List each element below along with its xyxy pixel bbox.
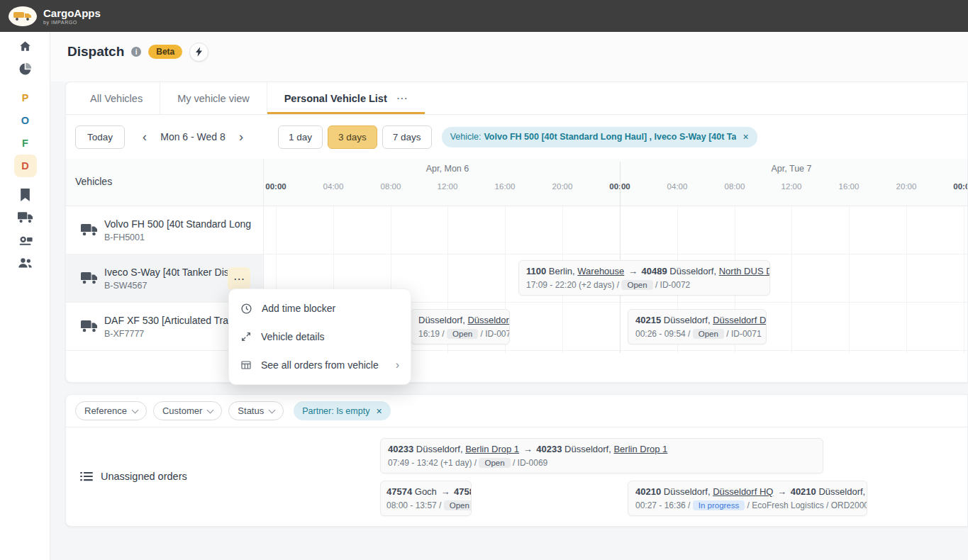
timeline-header: Vehicles Apr, Mon 6 Apr, Tue 7 00:00 04:… — [66, 159, 968, 206]
sidebar-account-f[interactable]: F — [0, 132, 50, 155]
sidebar-item-statistics[interactable] — [0, 57, 50, 80]
origin-city: Düsseldorf, — [418, 315, 465, 325]
info-icon[interactable]: i — [131, 47, 141, 57]
clock-icon — [240, 303, 252, 315]
close-icon[interactable]: × — [742, 131, 748, 142]
place-link[interactable]: Düsseldorf H — [467, 315, 510, 325]
vehicle-name: Iveco S-Way [40t Tanker Dist — [104, 267, 232, 278]
truck-icon — [81, 320, 98, 332]
order-card-ord2000[interactable]: 40210 Düsseldorf, Düsseldorf HQ → 40210 … — [628, 481, 867, 516]
origin-city: Berlin, — [549, 266, 575, 276]
order-time: 08:00 - 13:57 / — [386, 500, 441, 510]
filter-reference[interactable]: Reference — [75, 401, 147, 420]
vehicle-context-menu: Add time blocker Vehicle details See all… — [228, 289, 411, 385]
vehicle-plate: B-XF7777 — [104, 329, 236, 339]
vehicle-filter-chip[interactable]: Vehicle: Volvo FH 500 [40t Standard Long… — [442, 127, 757, 147]
tab-options-icon[interactable]: ⋯ — [396, 91, 408, 105]
partner-filter-chip[interactable]: Partner: Is empty × — [294, 401, 390, 420]
today-button[interactable]: Today — [75, 125, 125, 149]
sidebar-account-o[interactable]: O — [0, 109, 50, 132]
vehicle-row: Iveco S-Way [40t Tanker Dist B-SW4567 ⋯ — [66, 254, 968, 303]
order-card-id-0071[interactable]: 40215 Düsseldorf, Düsseldorf Drop 2 00:2… — [628, 309, 767, 345]
vehicle-name: Volvo FH 500 [40t Standard Long — [104, 218, 251, 230]
status-badge: Open — [444, 500, 472, 510]
place-link[interactable]: Düsseldorf HQ — [713, 486, 773, 497]
vehicle-filter-label: Vehicle: — [450, 132, 482, 142]
vehicle-more-button[interactable]: ⋯ — [228, 267, 250, 290]
tab-personal-vehicle-list[interactable]: Personal Vehicle List ⋯ — [267, 82, 425, 114]
place-link[interactable]: North DUS Depot — [719, 266, 770, 276]
order-partner: / EcoFresh Logistics / ORD2000 — [747, 500, 867, 510]
list-icon — [80, 471, 93, 481]
dispatch-timeline-panel: All Vehicles My vehicle view Personal Ve… — [65, 82, 968, 383]
lightning-icon — [196, 47, 203, 57]
order-card-goch[interactable]: 47574 Goch → 4758 B 08:00 - 13:57 / Open — [380, 481, 472, 516]
tab-label: Personal Vehicle List — [284, 93, 387, 104]
place-link[interactable]: Berlin Drop 1 — [465, 444, 519, 454]
sidebar: P O F D — [0, 32, 50, 560]
page-title: Dispatch — [67, 44, 124, 60]
time-tick: 04:00 — [667, 182, 688, 191]
avatar: D — [21, 160, 28, 172]
zoom-1-day-button[interactable]: 1 day — [278, 125, 323, 149]
close-icon[interactable]: × — [376, 405, 382, 417]
sidebar-item-bookmarks[interactable] — [0, 184, 50, 206]
menu-item-vehicle-details[interactable]: Vehicle details — [229, 323, 411, 351]
status-badge: Open — [621, 280, 652, 290]
order-id: / ID-0069 — [513, 458, 547, 468]
beta-badge: Beta — [148, 45, 182, 59]
order-card-id-007x[interactable]: Düsseldorf, Düsseldorf H 16:19 / Open / … — [411, 309, 510, 345]
time-tick: 08:00 — [725, 182, 745, 191]
day-label: Apr, Mon 6 — [426, 164, 469, 174]
home-icon — [18, 40, 32, 53]
place-link[interactable]: Düsseldorf Drop 2 — [713, 315, 767, 325]
timeline-toolbar: Today ‹ Mon 6 - Wed 8 › 1 day 3 days 7 d… — [66, 115, 967, 159]
dest-zip: 40233 — [536, 444, 562, 454]
table-icon — [240, 359, 252, 371]
order-card-id-0069[interactable]: 40233 Düsseldorf, Berlin Drop 1 → 40233 … — [380, 438, 823, 474]
menu-item-add-time-blocker[interactable]: Add time blocker — [229, 294, 411, 323]
sidebar-item-vehicles[interactable] — [0, 206, 50, 229]
tab-all-vehicles[interactable]: All Vehicles — [73, 82, 160, 114]
menu-item-see-all-orders[interactable]: See all orders from vehicle › — [229, 351, 411, 379]
app-logo[interactable] — [9, 6, 37, 26]
users-icon — [18, 257, 33, 269]
vehicle-cell-volvo[interactable]: Volvo FH 500 [40t Standard Long B-FH5001 — [66, 206, 263, 254]
unassigned-orders-row: Unassigned orders 40233 Düsseldorf, Berl… — [66, 427, 967, 527]
origin-city: Düsseldorf, — [664, 486, 711, 497]
zoom-3-days-button[interactable]: 3 days — [328, 125, 377, 149]
lightning-button[interactable] — [189, 43, 208, 62]
origin-zip: 40215 — [635, 315, 661, 325]
place-link[interactable]: Warehouse — [577, 266, 624, 276]
sidebar-account-p[interactable]: P — [0, 86, 50, 109]
dest-city: Düsseldorf, — [564, 444, 611, 454]
order-card-id-0072[interactable]: 1100 Berlin, Warehouse → 40489 Düsseldor… — [518, 260, 770, 296]
dest-city: Düsseldorf, — [818, 486, 865, 497]
time-tick: 16:00 — [839, 182, 859, 191]
origin-zip: 40233 — [388, 444, 413, 454]
origin-city: Düsseldorf, — [416, 444, 463, 454]
menu-item-label: See all orders from vehicle — [261, 359, 379, 371]
sidebar-item-home[interactable] — [0, 35, 50, 57]
dest-zip: 4758 — [454, 486, 472, 497]
unassigned-orders-header: Unassigned orders — [80, 471, 187, 482]
filter-status[interactable]: Status — [228, 401, 284, 420]
chevron-down-icon — [132, 406, 139, 413]
filter-customer[interactable]: Customer — [153, 401, 222, 420]
filter-label: Reference — [84, 405, 127, 416]
status-badge: In progress — [693, 500, 745, 510]
vehicle-row: DAF XF 530 [Articulated Train B-XF7777 — [66, 303, 968, 351]
zoom-7-days-button[interactable]: 7 days — [382, 125, 432, 149]
zoom-switcher: 1 day 3 days 7 days — [278, 125, 432, 149]
sidebar-item-telematics[interactable] — [0, 229, 50, 252]
order-time: 00:27 - 16:36 / — [635, 500, 690, 510]
next-period-button[interactable]: › — [233, 127, 250, 147]
view-tabs: All Vehicles My vehicle view Personal Ve… — [66, 82, 967, 115]
prev-period-button[interactable]: ‹ — [136, 127, 153, 147]
sidebar-item-team[interactable] — [0, 252, 50, 274]
sidebar-account-d-active[interactable]: D — [0, 155, 50, 177]
unassigned-orders-label: Unassigned orders — [101, 471, 187, 482]
tab-my-vehicle-view[interactable]: My vehicle view — [160, 82, 267, 114]
day-boundary-line — [620, 162, 621, 353]
place-link[interactable]: Berlin Drop 1 — [613, 444, 667, 454]
